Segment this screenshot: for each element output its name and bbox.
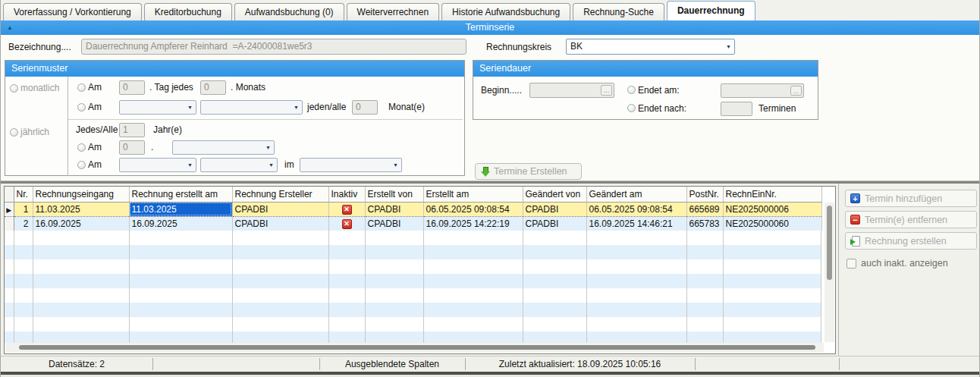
column-gridline <box>723 231 724 343</box>
tab-weiterverrechnen[interactable]: Weiterverrechnen <box>347 3 440 20</box>
row-selector-cell[interactable] <box>5 216 14 231</box>
termine-entfernen-label: Termin(e) entfernen <box>865 215 947 225</box>
yearly-ordinal-dropdown[interactable]: ▼ <box>119 158 196 172</box>
terminserie-header[interactable]: ▲ Terminserie <box>1 20 979 35</box>
tab-kreditorbuchung[interactable]: Kreditorbuchung <box>144 3 232 20</box>
col-header-rechnung-ersteller[interactable]: Rechnung Ersteller <box>232 187 328 202</box>
table-row: 2 16.09.2025 16.09.2025 CPADBI ✕ CPADBI … <box>5 216 821 231</box>
cell-geaendert-am[interactable]: 06.05.2025 09:08:54 <box>586 202 686 216</box>
tab-aufwandsbuchung[interactable]: Aufwandsbuchung (0) <box>234 3 344 20</box>
chevron-down-icon: ▼ <box>187 101 193 114</box>
monatlich-label: monatlich <box>20 81 59 96</box>
cell-rechnung-erstellt-am-selected[interactable]: 11.03.2025 <box>129 202 232 216</box>
col-header-erstellt-von[interactable]: Erstellt von <box>365 187 423 202</box>
cell-nr[interactable]: 2 <box>14 216 33 231</box>
yearly-weekday-dropdown[interactable]: ▼ <box>200 158 278 172</box>
yearly-interval-field[interactable]: 1 <box>119 123 145 137</box>
horizontal-scrollbar-thumb[interactable] <box>19 345 815 350</box>
document-arrow-icon <box>850 236 860 246</box>
yearly-day-radio[interactable] <box>77 143 86 152</box>
vertical-scrollbar[interactable] <box>825 203 834 342</box>
show-inactive-checkbox[interactable] <box>847 259 856 269</box>
cell-rechneinnr[interactable]: NE2025000060 <box>723 216 821 231</box>
series-settings-area: Serienmuster monatlich jährlich Am 0 . T… <box>1 60 979 181</box>
jaehrlich-radio[interactable] <box>10 128 18 137</box>
column-gridline <box>423 231 424 343</box>
col-header-rechnungseingang[interactable]: Rechnungseingang <box>33 187 129 202</box>
cell-rechnungseingang[interactable]: 11.03.2025 <box>33 202 129 216</box>
column-gridline <box>328 231 329 343</box>
record-count: Datensätze: 2 <box>1 357 152 372</box>
terminen-label: Terminen <box>759 102 796 116</box>
cell-geaendert-am[interactable]: 16.09.2025 14:46:21 <box>586 216 686 231</box>
monthly-day-radio[interactable] <box>77 83 86 92</box>
col-header-inaktiv[interactable]: Inaktiv <box>328 187 365 202</box>
monthly-day-field[interactable]: 0 <box>119 80 145 95</box>
chevron-down-icon: ▼ <box>187 159 193 171</box>
vertical-scrollbar-thumb[interactable] <box>827 206 832 280</box>
seriendauer-group: Seriendauer Beginn..... 11.03.2025 ... E… <box>473 60 818 120</box>
col-header-rechnung-erstellt-am[interactable]: Rechnung erstellt am <box>129 187 232 202</box>
monatlich-radio[interactable] <box>10 84 18 93</box>
row-selector-header <box>5 187 14 202</box>
cell-postnr[interactable]: 665783 <box>686 216 723 231</box>
yearly-weekday-radio[interactable] <box>77 161 86 169</box>
cell-erstellt-von[interactable]: CPADBI <box>365 202 423 216</box>
monthly-weekday-dropdown[interactable]: ▼ <box>200 100 303 115</box>
yearly-month-dropdown[interactable]: ▼ <box>172 140 275 155</box>
cell-geaendert-von[interactable]: CPADBI <box>523 216 586 231</box>
endet-am-radio[interactable] <box>627 86 636 94</box>
cell-rechnung-ersteller[interactable]: CPADBI <box>232 202 328 216</box>
cell-rechnung-ersteller[interactable]: CPADBI <box>232 216 328 231</box>
bezeichnung-field[interactable]: Dauerrechnung Ampferer Reinhard =A-24000… <box>81 39 466 55</box>
monthly-weekday-radio[interactable] <box>77 103 86 112</box>
beginn-date-field[interactable]: 11.03.2025 ... <box>529 83 614 98</box>
col-header-nr[interactable]: Nr. <box>14 187 33 202</box>
yearly-day-field[interactable]: 0 <box>119 140 145 155</box>
termine-erstellen-button[interactable]: Termine Erstellen <box>475 163 582 180</box>
rechnung-erstellen-button[interactable]: Rechnung erstellen <box>845 232 977 250</box>
cell-inaktiv[interactable]: ✕ <box>328 216 365 231</box>
endet-am-date-field[interactable]: . . ... <box>721 83 804 98</box>
row-selector-cell[interactable]: ▶ <box>5 202 14 216</box>
calendar-picker-button[interactable]: ... <box>790 86 802 96</box>
rechnungskreis-dropdown[interactable]: BK ▼ <box>566 39 735 55</box>
monthly-interval-field[interactable]: 0 <box>352 100 378 115</box>
termine-entfernen-button[interactable]: − Termin(e) entfernen <box>845 211 977 228</box>
am-label: Am <box>88 80 102 95</box>
yearly-in-month-dropdown[interactable]: ▼ <box>300 158 402 172</box>
cell-rechnung-erstellt-am[interactable]: 16.09.2025 <box>129 216 232 231</box>
cell-postnr[interactable]: 665689 <box>686 202 723 216</box>
termin-hinzufuegen-label: Termin hinzufügen <box>865 193 942 204</box>
grid-header-row: Nr. Rechnungseingang Rechnung erstellt a… <box>5 187 821 202</box>
tab-vorerfassung-vorkontierung[interactable]: Vorerfassung / Vorkontierung <box>3 3 142 20</box>
column-gridline <box>523 231 523 343</box>
calendar-picker-button[interactable]: ... <box>601 85 612 96</box>
cell-rechneinnr[interactable]: NE2025000006 <box>723 202 821 216</box>
tab-rechnung-suche[interactable]: Rechnung-Suche <box>573 3 664 20</box>
empty-rows-area <box>5 231 821 343</box>
cell-erstellt-am[interactable]: 06.05.2025 09:08:54 <box>423 202 523 216</box>
collapse-icon[interactable]: ▲ <box>7 20 13 35</box>
tab-historie-aufwandsbuchung[interactable]: Historie Aufwandsbuchung <box>441 3 570 20</box>
horizontal-scrollbar[interactable] <box>5 343 824 353</box>
column-gridline <box>365 231 366 343</box>
col-header-erstellt-am[interactable]: Erstellt am <box>423 187 523 202</box>
endet-nach-radio[interactable] <box>627 104 636 112</box>
cell-erstellt-am[interactable]: 16.09.2025 14:22:19 <box>423 216 523 231</box>
col-header-geaendert-am[interactable]: Geändert am <box>586 187 686 202</box>
cell-nr[interactable]: 1 <box>14 202 33 216</box>
cell-erstellt-von[interactable]: CPADBI <box>365 216 423 231</box>
monthly-month-field[interactable]: 0 <box>200 80 226 95</box>
cell-geaendert-von[interactable]: CPADBI <box>523 202 586 216</box>
col-header-rechneinnr[interactable]: RechnEinNr. <box>723 187 821 202</box>
column-gridline <box>129 231 130 343</box>
endet-nach-count-field[interactable] <box>721 102 752 116</box>
col-header-geaendert-von[interactable]: Geändert von <box>523 187 586 202</box>
cell-rechnungseingang[interactable]: 16.09.2025 <box>33 216 129 231</box>
tab-dauerrechnung[interactable]: Dauerrechnung <box>667 1 755 20</box>
monthly-ordinal-dropdown[interactable]: ▼ <box>119 100 196 115</box>
termin-hinzufuegen-button[interactable]: + Termin hinzufügen <box>845 190 977 207</box>
col-header-postnr[interactable]: PostNr. <box>686 187 723 202</box>
cell-inaktiv[interactable]: ✕ <box>328 202 365 216</box>
